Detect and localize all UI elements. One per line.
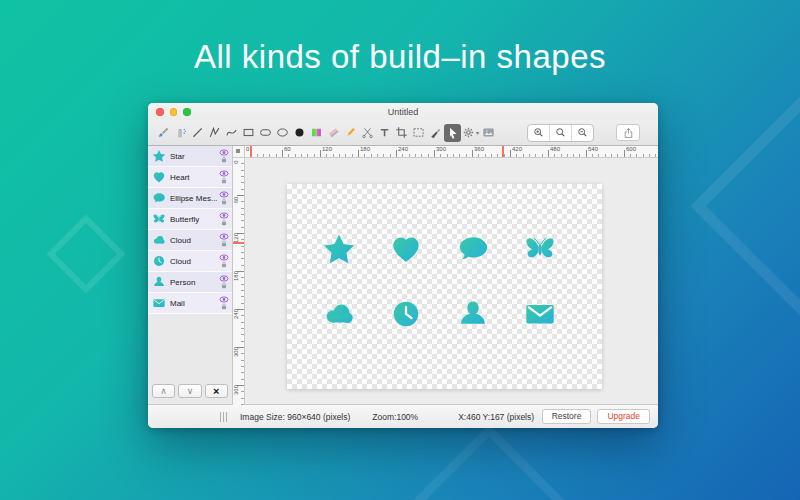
canvas[interactable] xyxy=(287,184,602,389)
line-tool[interactable] xyxy=(189,124,206,142)
curve-tool[interactable] xyxy=(223,124,240,142)
marquee-tool[interactable] xyxy=(410,124,427,142)
share-button[interactable] xyxy=(616,124,640,141)
toolbar: ▾ xyxy=(148,120,658,146)
cursor-tool[interactable] xyxy=(444,124,461,142)
star-shape[interactable] xyxy=(322,232,356,266)
settings-gear[interactable]: ▾ xyxy=(461,124,480,142)
lock-icon[interactable] xyxy=(221,303,227,310)
layer-row-heart[interactable]: Heart xyxy=(148,167,232,188)
visibility-eye-icon[interactable] xyxy=(219,212,229,219)
titlebar[interactable]: Untitled xyxy=(148,103,658,120)
layer-side-controls xyxy=(217,212,230,226)
butterfly-shape[interactable] xyxy=(523,232,557,266)
polyline-tool[interactable] xyxy=(206,124,223,142)
layer-row-person[interactable]: Person xyxy=(148,272,232,293)
zoom-out-button[interactable] xyxy=(572,125,593,141)
document-view: 060120180240300360420480540600660 060120… xyxy=(233,146,658,405)
brush-tool[interactable] xyxy=(155,124,172,142)
scissors-tool[interactable] xyxy=(359,124,376,142)
shape-grid xyxy=(322,232,557,331)
layer-row-mail[interactable]: Mail xyxy=(148,293,232,314)
layer-label: Star xyxy=(170,152,217,161)
pencil-tool[interactable] xyxy=(342,124,359,142)
close-window-button[interactable] xyxy=(156,108,164,116)
lock-icon[interactable] xyxy=(221,219,227,226)
clock-icon xyxy=(152,254,166,268)
gradient-tool[interactable] xyxy=(308,124,325,142)
layer-side-controls xyxy=(217,275,230,289)
decor-diamond xyxy=(46,214,125,293)
bubble-shape[interactable] xyxy=(456,232,490,266)
zoom-window-button[interactable] xyxy=(183,108,191,116)
visibility-eye-icon[interactable] xyxy=(219,275,229,282)
canvas-scroll-area[interactable] xyxy=(244,157,658,405)
upgrade-button[interactable]: Upgrade xyxy=(597,409,650,424)
layer-side-controls xyxy=(217,191,230,205)
layers-sidebar: StarHeartEllipse Mes...ButterflyCloudClo… xyxy=(148,146,233,405)
sidebar-resize-handle[interactable] xyxy=(220,412,228,422)
export-image[interactable] xyxy=(480,124,497,142)
airbrush-tool[interactable] xyxy=(172,124,189,142)
visibility-eye-icon[interactable] xyxy=(219,254,229,261)
layer-row-bubble[interactable]: Ellipse Mes... xyxy=(148,188,232,209)
decor-diamond xyxy=(414,424,564,500)
zoom-actual-button[interactable] xyxy=(550,125,572,141)
zoom-in-button[interactable] xyxy=(528,125,550,141)
layer-side-controls xyxy=(217,233,230,247)
visibility-eye-icon[interactable] xyxy=(219,170,229,177)
marketing-background: All kinds of build–in shapes Untitled ▾ … xyxy=(0,0,800,500)
visibility-eye-icon[interactable] xyxy=(219,233,229,240)
layer-label: Mail xyxy=(170,299,217,308)
layer-label: Ellipse Mes... xyxy=(170,194,217,203)
eraser-tool[interactable] xyxy=(325,124,342,142)
layer-row-cloud[interactable]: Cloud xyxy=(148,230,232,251)
rounded-rectangle-tool[interactable] xyxy=(257,124,274,142)
cursor-coords-label: X:460 Y:167 (pixels) xyxy=(458,412,534,422)
layer-row-butterfly[interactable]: Butterfly xyxy=(148,209,232,230)
mail-shape[interactable] xyxy=(523,297,557,331)
polygon-tool[interactable] xyxy=(291,124,308,142)
cursor-y-marker xyxy=(233,242,244,244)
clock-shape[interactable] xyxy=(389,297,423,331)
crop-tool[interactable] xyxy=(393,124,410,142)
window-title: Untitled xyxy=(148,103,658,121)
zoom-level-label: Zoom:100% xyxy=(372,412,418,422)
lock-icon[interactable] xyxy=(221,240,227,247)
person-icon xyxy=(152,275,166,289)
layer-up-button[interactable]: ∧ xyxy=(152,384,175,398)
layer-list: StarHeartEllipse Mes...ButterflyCloudClo… xyxy=(148,146,232,314)
layer-controls: ∧∨× xyxy=(152,384,228,400)
rectangle-tool[interactable] xyxy=(240,124,257,142)
decor-diamond xyxy=(690,84,800,327)
toolbar-tools: ▾ xyxy=(155,124,497,142)
lock-icon[interactable] xyxy=(221,282,227,289)
layer-side-controls xyxy=(217,170,230,184)
layer-row-clock[interactable]: Cloud xyxy=(148,251,232,272)
lock-icon[interactable] xyxy=(221,198,227,205)
text-tool[interactable] xyxy=(376,124,393,142)
visibility-eye-icon[interactable] xyxy=(219,296,229,303)
visibility-eye-icon[interactable] xyxy=(219,149,229,156)
visibility-eye-icon[interactable] xyxy=(219,191,229,198)
lock-icon[interactable] xyxy=(221,177,227,184)
cursor-x-marker xyxy=(502,146,504,157)
vector-pen-tool[interactable] xyxy=(427,124,444,142)
lock-icon[interactable] xyxy=(221,156,227,163)
sidebar-empty-area xyxy=(148,314,232,382)
cloud-shape[interactable] xyxy=(322,297,356,331)
lock-icon[interactable] xyxy=(221,261,227,268)
heart-shape[interactable] xyxy=(389,232,423,266)
layer-delete-button[interactable]: × xyxy=(205,384,228,398)
ellipse-tool[interactable] xyxy=(274,124,291,142)
layer-side-controls xyxy=(217,149,230,163)
star-icon xyxy=(152,149,166,163)
layer-down-button[interactable]: ∨ xyxy=(178,384,201,398)
layer-row-star[interactable]: Star xyxy=(148,146,232,167)
heart-icon xyxy=(152,170,166,184)
app-window: Untitled ▾ StarHeartEllipse Mes...Butter… xyxy=(148,103,658,428)
bubble-icon xyxy=(152,191,166,205)
person-shape[interactable] xyxy=(456,297,490,331)
restore-button[interactable]: Restore xyxy=(542,409,592,424)
minimize-window-button[interactable] xyxy=(170,108,178,116)
